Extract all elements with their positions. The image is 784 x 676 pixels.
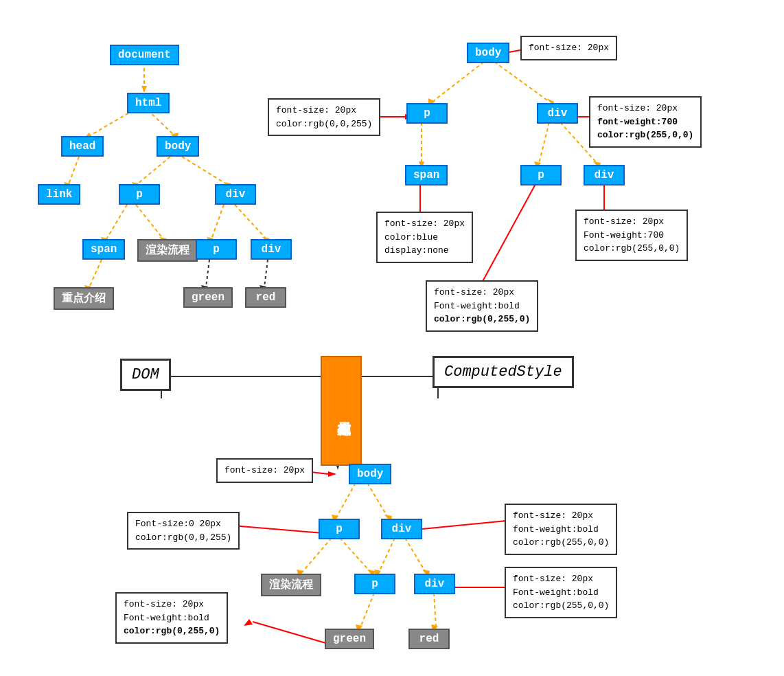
info-p-bottom: Font-size:0 20px color:rgb(0,0,255): [127, 512, 240, 550]
svg-line-60: [302, 538, 332, 572]
svg-line-68: [360, 593, 374, 627]
svg-line-30: [539, 122, 549, 164]
node-div-mid-left: div: [251, 239, 292, 260]
node-head: head: [61, 136, 104, 157]
node-body-bottom: body: [349, 464, 391, 484]
node-gray-green2: green: [325, 629, 374, 649]
svg-line-80: [253, 622, 335, 646]
svg-marker-1: [141, 86, 147, 93]
node-p-bottom2: p: [354, 574, 395, 594]
svg-line-16: [211, 205, 224, 239]
svg-line-76: [422, 521, 507, 529]
info-div-bottom: font-size: 20px font-weight:bold color:r…: [505, 504, 617, 555]
computed-label: ComputedStyle: [433, 356, 574, 388]
svg-line-28: [494, 62, 549, 102]
node-p-bottom: p: [319, 519, 360, 539]
node-span-left: span: [82, 239, 125, 260]
node-p-mid-left: p: [196, 239, 237, 260]
svg-line-70: [434, 593, 436, 627]
node-document: document: [110, 45, 179, 65]
svg-marker-81: [244, 619, 253, 626]
node-gray1: 渲染流程: [137, 239, 198, 262]
svg-line-18: [235, 205, 266, 239]
svg-line-12: [106, 205, 127, 239]
info-p-right2: font-size: 20px Font-weight:bold color:r…: [426, 280, 538, 332]
node-body-top: body: [157, 136, 199, 157]
node-gray-render: 渲染流程: [261, 574, 321, 596]
generate-layout-tree: 生成布局树: [321, 356, 362, 466]
info-p-right: font-size: 20px color:rgb(0,0,255): [268, 98, 380, 136]
svg-line-58: [367, 483, 388, 517]
node-span-right: span: [405, 165, 448, 185]
node-link: link: [38, 184, 80, 205]
node-gray-red2: red: [408, 629, 450, 649]
node-div-right2: div: [584, 165, 625, 185]
svg-line-6: [69, 157, 79, 184]
svg-line-8: [137, 157, 170, 184]
svg-line-26: [433, 62, 484, 102]
info-body-bottom: font-size: 20px: [216, 458, 313, 483]
node-gray-green: green: [183, 287, 233, 308]
svg-line-20: [89, 260, 102, 287]
info-body-right: font-size: 20px: [520, 36, 617, 60]
node-p-right2: p: [520, 165, 562, 185]
info-p-bottom2-div: font-size: 20px Font-weight:bold color:r…: [505, 567, 617, 618]
svg-line-4: [148, 110, 175, 136]
info-span-right: font-size: 20px color:blue display:none: [376, 212, 473, 263]
node-div-right: div: [537, 103, 578, 124]
node-p-left: p: [119, 184, 160, 205]
node-div-bottom2: div: [414, 574, 455, 594]
node-gray-heavy: 重点介绍: [54, 287, 114, 310]
svg-line-10: [182, 157, 227, 184]
svg-line-14: [136, 205, 163, 239]
svg-line-66: [405, 538, 426, 572]
svg-line-74: [232, 526, 323, 533]
node-div-left: div: [215, 184, 256, 205]
node-p-right: p: [406, 103, 448, 124]
node-body-right: body: [467, 43, 509, 63]
svg-line-2: [89, 110, 134, 136]
info-green-bottom: font-size: 20px Font-weight:bold color:r…: [115, 592, 228, 644]
svg-line-46: [481, 184, 535, 285]
node-html: html: [127, 93, 170, 113]
node-div-bottom: div: [381, 519, 422, 539]
dom-label: DOM: [120, 359, 171, 391]
svg-line-22: [206, 260, 209, 287]
node-gray-red: red: [245, 287, 286, 308]
info-div-right: font-size: 20px font-weight:700 color:rg…: [589, 96, 702, 148]
svg-line-24: [264, 260, 268, 287]
svg-line-64: [379, 538, 395, 572]
info-div-right2: font-size: 20px Font-weight:700 color:rg…: [575, 210, 688, 261]
svg-line-62: [340, 538, 371, 572]
svg-line-56: [336, 483, 356, 517]
svg-marker-73: [328, 471, 336, 477]
